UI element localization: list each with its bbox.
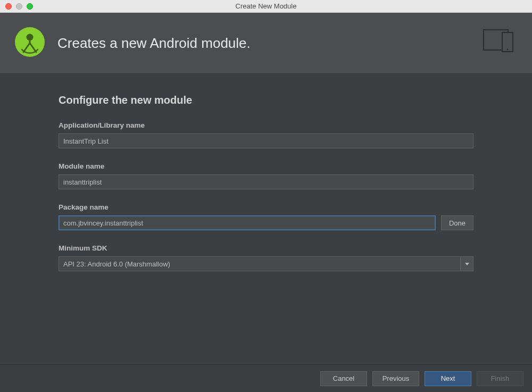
app-name-label: Application/Library name xyxy=(59,121,473,129)
package-name-input[interactable] xyxy=(59,215,436,230)
module-name-input[interactable] xyxy=(59,174,473,189)
next-button[interactable]: Next xyxy=(425,371,471,386)
min-sdk-label: Minimum SDK xyxy=(59,244,473,252)
package-done-button[interactable]: Done xyxy=(441,215,473,230)
app-name-input[interactable] xyxy=(59,134,473,148)
dialog-footer: Cancel Previous Next Finish xyxy=(0,364,532,392)
package-name-label: Package name xyxy=(59,203,473,211)
window-minimize-button[interactable] xyxy=(16,3,22,10)
dialog-banner: Creates a new Android module. xyxy=(0,13,532,74)
window-controls xyxy=(0,3,33,10)
section-title: Configure the new module xyxy=(59,94,473,106)
window-titlebar: Create New Module xyxy=(0,0,532,13)
device-icon xyxy=(483,29,520,57)
finish-button: Finish xyxy=(477,371,523,386)
previous-button[interactable]: Previous xyxy=(372,371,419,386)
field-group-package-name: Package name Done xyxy=(59,203,473,230)
window-close-button[interactable] xyxy=(5,3,12,10)
min-sdk-value: API 23: Android 6.0 (Marshmallow) xyxy=(63,260,170,268)
window-title: Create New Module xyxy=(0,2,532,10)
banner-heading: Creates a new Android module. xyxy=(57,35,251,52)
field-group-app-name: Application/Library name xyxy=(59,121,473,148)
module-name-label: Module name xyxy=(59,162,473,170)
min-sdk-select[interactable]: API 23: Android 6.0 (Marshmallow) xyxy=(59,256,473,271)
android-studio-icon xyxy=(15,27,45,59)
window-zoom-button[interactable] xyxy=(27,3,33,10)
chevron-down-icon xyxy=(460,257,473,271)
cancel-button[interactable]: Cancel xyxy=(320,371,367,386)
dialog-content: Configure the new module Application/Lib… xyxy=(0,74,532,271)
field-group-module-name: Module name xyxy=(59,162,473,189)
svg-point-4 xyxy=(507,49,509,51)
field-group-min-sdk: Minimum SDK API 23: Android 6.0 (Marshma… xyxy=(59,244,473,271)
